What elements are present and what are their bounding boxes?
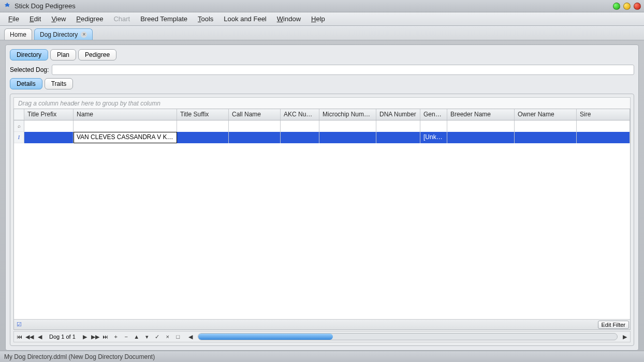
grid-panel: Drag a column header here to group by th… [10,94,634,346]
scroll-left-button[interactable]: ◀ [185,331,196,342]
col-call-name[interactable]: Call Name [229,109,281,120]
edit-filter-button[interactable]: Edit Filter [598,321,629,329]
close-icon[interactable]: × [81,32,87,38]
grid-filter-row[interactable]: ⌕ [14,120,630,132]
menu-view[interactable]: View [46,13,71,24]
nav-remove-button[interactable]: − [121,331,131,342]
nav-move-down-button[interactable]: ▾ [142,331,152,342]
tab-plan[interactable]: Plan [50,49,76,61]
nav-last-button[interactable]: ⏭ [100,331,111,342]
col-name[interactable]: Name [74,109,177,120]
nav-add-button[interactable]: + [111,331,121,342]
cell-name[interactable]: VAN CLEVES CASSANDRA V KALEEF [74,132,177,143]
cell-owner[interactable] [515,132,577,143]
nav-cancel-button[interactable]: × [163,331,173,342]
col-dna-number[interactable]: DNA Number [376,109,420,120]
nav-first-button[interactable]: ⏮ [14,331,24,342]
col-gender[interactable]: Gender [420,109,447,120]
status-bar: My Dog Directory.ddml (New Dog Directory… [0,351,644,362]
horizontal-scrollbar[interactable] [198,333,618,340]
menu-breed-template[interactable]: Breed Template [135,13,193,24]
tab-home[interactable]: Home [4,28,32,40]
tab-directory[interactable]: Directory [10,49,48,61]
grid-header-row: Title Prefix Name Title Suffix Call Name… [14,109,630,120]
menu-chart: Chart [108,13,135,24]
col-sire[interactable]: Sire [577,109,630,120]
title-bar: Stick Dog Pedigrees [0,0,644,12]
menu-edit[interactable]: Edit [24,13,46,24]
dog-grid: Title Prefix Name Title Suffix Call Name… [13,109,631,330]
main-panel: Directory Plan Pedigree Selected Dog: De… [5,44,639,351]
col-title-suffix[interactable]: Title Suffix [177,109,229,120]
group-by-bar[interactable]: Drag a column header here to group by th… [13,97,631,109]
menu-look-and-feel[interactable]: Look and Feel [218,13,271,24]
cell-microchip[interactable] [319,132,376,143]
nav-accept-button[interactable]: ✓ [152,331,163,342]
record-navigator: ⏮ ◀◀ ◀ Dog 1 of 1 ▶ ▶▶ ⏭ + − ▲ ▾ ✓ × □ ◀… [13,331,631,342]
col-owner-name[interactable]: Owner Name [515,109,577,120]
detail-tab-bar: Details Traits [10,78,634,89]
grid-empty-area [14,143,630,319]
nav-next-button[interactable]: ▶ [80,331,90,342]
tab-traits[interactable]: Traits [45,78,74,89]
selected-dog-input[interactable] [52,65,634,75]
nav-move-up-button[interactable]: ▲ [131,331,142,342]
nav-prev-button[interactable]: ◀ [35,331,45,342]
tab-dog-directory[interactable]: Dog Directory × [34,28,93,40]
document-tab-bar: Home Dog Directory × [0,26,644,40]
nav-next-page-button[interactable]: ▶▶ [90,331,100,342]
menu-tools[interactable]: Tools [193,13,218,24]
tab-label: Home [10,31,26,38]
tab-details[interactable]: Details [10,78,42,89]
cell-call-name[interactable] [229,132,281,143]
cell-breeder[interactable] [447,132,515,143]
scrollbar-thumb[interactable] [198,334,333,340]
cell-dna-number[interactable] [376,132,420,143]
tab-pedigree[interactable]: Pedigree [78,49,116,61]
col-title-prefix[interactable]: Title Prefix [24,109,74,120]
row-selector-header[interactable] [14,109,24,120]
cell-title-suffix[interactable] [177,132,229,143]
col-microchip[interactable]: Microchip Number [319,109,376,120]
menu-pedigree[interactable]: Pedigree [71,13,108,24]
selected-dog-label: Selected Dog: [10,66,49,73]
cell-akc-number[interactable] [281,132,319,143]
filter-icon[interactable]: ⌕ [14,120,24,132]
window-maximize-button[interactable] [623,3,631,10]
grid-footer: ☑ Edit Filter [14,319,630,329]
cell-sire[interactable] [577,132,630,143]
table-row[interactable]: I VAN CLEVES CASSANDRA V KALEEF [Unkno..… [14,132,630,143]
scroll-right-button[interactable]: ▶ [620,331,630,342]
view-tab-bar: Directory Plan Pedigree [10,49,634,61]
app-icon [3,2,11,10]
cell-gender[interactable]: [Unkno... [420,132,447,143]
nav-prev-page-button[interactable]: ◀◀ [24,331,35,342]
status-text: My Dog Directory.ddml (New Dog Directory… [4,353,155,360]
col-akc-number[interactable]: AKC Number [281,109,319,120]
menu-file[interactable]: File [3,13,24,24]
menu-window[interactable]: Window [272,13,306,24]
edit-cursor-icon: I [14,132,24,143]
col-breeder-name[interactable]: Breeder Name [447,109,515,120]
nav-position-label: Dog 1 of 1 [45,334,80,340]
menu-bar: File Edit View Pedigree Chart Breed Temp… [0,12,644,26]
tab-label: Dog Directory [40,31,78,38]
menu-help[interactable]: Help [306,13,330,24]
filter-enabled-checkbox[interactable]: ☑ [14,321,24,328]
window-minimize-button[interactable] [613,3,620,10]
nav-stop-button[interactable]: □ [173,331,183,342]
cell-title-prefix[interactable] [24,132,74,143]
window-close-button[interactable] [634,3,641,10]
window-title: Stick Dog Pedigrees [14,2,76,10]
